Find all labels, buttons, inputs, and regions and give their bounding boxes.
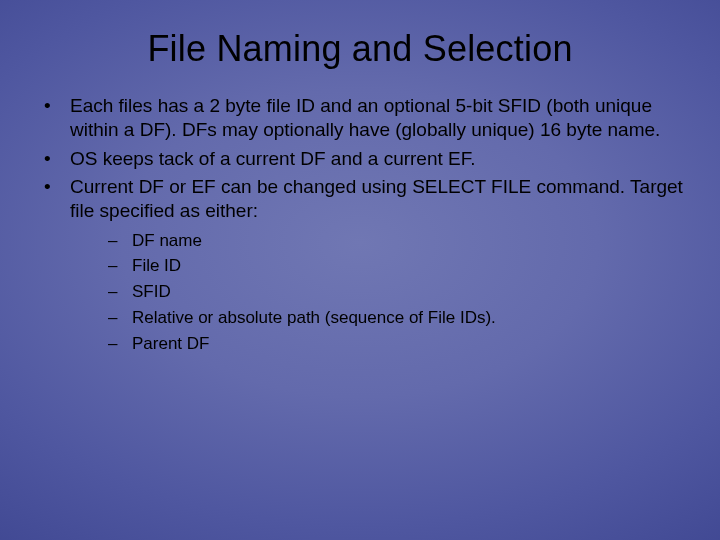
sub-bullet-item: Parent DF xyxy=(104,333,684,355)
sub-bullet-item: Relative or absolute path (sequence of F… xyxy=(104,307,684,329)
sub-bullet-item: DF name xyxy=(104,230,684,252)
bullet-item: Current DF or EF can be changed using SE… xyxy=(36,175,684,354)
slide-title: File Naming and Selection xyxy=(0,0,720,94)
bullet-text: Current DF or EF can be changed using SE… xyxy=(70,176,683,221)
sub-bullet-text: SFID xyxy=(132,282,171,301)
slide-body: Each files has a 2 byte file ID and an o… xyxy=(0,94,720,354)
bullet-item: OS keeps tack of a current DF and a curr… xyxy=(36,147,684,171)
sub-bullet-text: File ID xyxy=(132,256,181,275)
sub-bullet-text: Parent DF xyxy=(132,334,209,353)
sub-bullet-text: DF name xyxy=(132,231,202,250)
bullet-item: Each files has a 2 byte file ID and an o… xyxy=(36,94,684,143)
slide: File Naming and Selection Each files has… xyxy=(0,0,720,540)
bullet-text: OS keeps tack of a current DF and a curr… xyxy=(70,148,476,169)
sub-bullet-text: Relative or absolute path (sequence of F… xyxy=(132,308,496,327)
bullet-text: Each files has a 2 byte file ID and an o… xyxy=(70,95,660,140)
bullet-list-level1: Each files has a 2 byte file ID and an o… xyxy=(36,94,684,354)
sub-bullet-item: File ID xyxy=(104,255,684,277)
bullet-list-level2: DF name File ID SFID Relative or absolut… xyxy=(70,230,684,355)
sub-bullet-item: SFID xyxy=(104,281,684,303)
